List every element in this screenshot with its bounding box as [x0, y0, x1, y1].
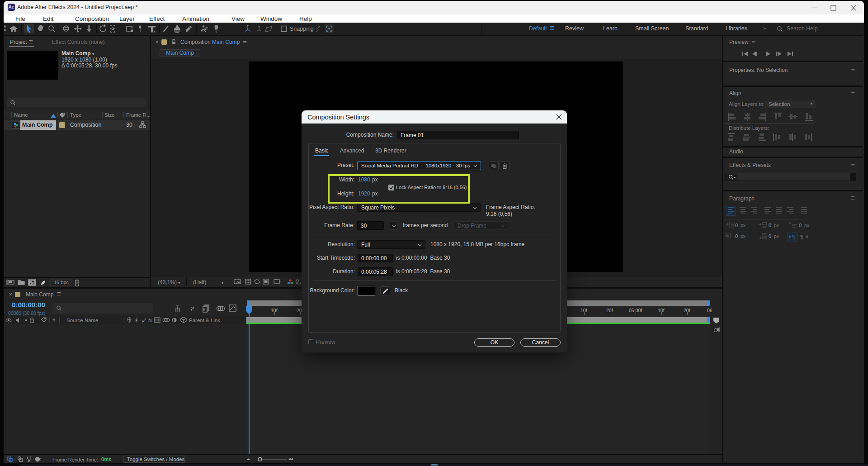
- svg-text:0: 0: [769, 223, 771, 228]
- svg-text:px: px: [741, 223, 746, 228]
- svg-text:px: px: [804, 223, 810, 228]
- svg-text:¶: ¶: [800, 233, 803, 240]
- svg-text:0ms: 0ms: [101, 456, 111, 462]
- svg-text:px: px: [774, 223, 779, 228]
- svg-text:Toggle Switches / Modes: Toggle Switches / Modes: [127, 456, 184, 462]
- svg-text:Parent & Link: Parent & Link: [189, 318, 220, 323]
- svg-text:0: 0: [735, 223, 738, 228]
- svg-text:px: px: [774, 233, 779, 239]
- svg-text:fx: fx: [148, 318, 152, 323]
- svg-text:px: px: [741, 233, 746, 239]
- svg-text:Snapping: Snapping: [290, 26, 314, 32]
- svg-text:Source Name: Source Name: [66, 318, 98, 323]
- svg-text:Frame Render Time:: Frame Render Time:: [52, 457, 98, 462]
- svg-text:#: #: [52, 318, 56, 323]
- svg-text:16 bpc: 16 bpc: [54, 280, 69, 285]
- svg-text:0: 0: [735, 233, 738, 239]
- svg-text:0: 0: [799, 223, 802, 228]
- svg-text:¶: ¶: [792, 233, 795, 240]
- svg-text:0: 0: [769, 233, 771, 239]
